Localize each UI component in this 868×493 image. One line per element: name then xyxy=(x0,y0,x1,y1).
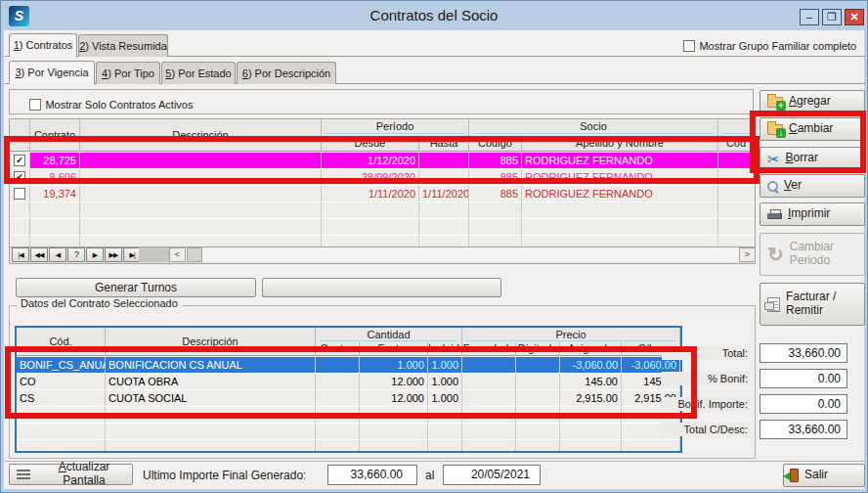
nav-search-button[interactable]: ? xyxy=(67,247,85,262)
nav-first-button[interactable]: |◀ xyxy=(12,247,29,262)
statusbar-divider xyxy=(5,461,865,462)
total-cdesc-label: Total C/Desc: xyxy=(662,423,750,436)
titlebar[interactable]: S Contratos del Socio – ❐ ✕ xyxy=(2,2,866,30)
empty-row xyxy=(10,236,755,247)
imprimir-button[interactable]: Imprimir xyxy=(760,202,865,226)
maximize-button[interactable]: ❐ xyxy=(822,9,842,25)
generar-turnos-button[interactable]: Generar Turnos xyxy=(16,278,256,297)
datos-groupbox-title: Datos del Contrato Seleccionado xyxy=(17,297,182,309)
total-field[interactable]: 33,660.00 xyxy=(760,343,847,363)
header-group-periodo: Período xyxy=(322,119,469,135)
empty-row xyxy=(10,202,755,219)
red-annotation-grid-rows xyxy=(4,136,760,184)
blank-button[interactable] xyxy=(262,278,501,297)
add-folder-icon xyxy=(767,97,783,108)
family-checkbox-row: Mostrar Grupo Familiar completo xyxy=(683,36,856,54)
scrollbar-gap xyxy=(139,247,169,262)
tab-por-descripcion[interactable]: 6) Por Descripción xyxy=(237,62,336,84)
ultimo-importe-field[interactable]: 33,660.00 xyxy=(327,465,417,485)
exit-door-icon xyxy=(790,469,799,482)
empty-row xyxy=(17,440,680,453)
header-group-cantidad: Cantidad xyxy=(316,328,462,342)
tab-por-vigencia[interactable]: 3) Por Vigencia xyxy=(9,61,95,84)
total-cdesc-field[interactable]: 33,660.00 xyxy=(760,420,847,439)
window-title: Contratos del Socio xyxy=(2,7,866,23)
cambiar-periodo-button[interactable]: ↻ Cambiar Periodo xyxy=(760,233,865,276)
nav-fast-prev-button[interactable]: ◀◀ xyxy=(30,247,48,262)
al-label: al xyxy=(425,469,434,482)
tab-contratos[interactable]: 1) Contratos xyxy=(9,33,77,57)
actualizar-pantalla-button[interactable]: Actualizar Pantalla xyxy=(9,464,133,485)
magnifier-icon xyxy=(767,181,778,192)
refresh-screen-icon xyxy=(17,470,30,480)
activos-panel: Mostrar Solo Contratos Activos xyxy=(9,89,754,114)
app-window: S Contratos del Socio – ❐ ✕ 1) Contratos… xyxy=(0,0,868,493)
red-annotation-detail-rows xyxy=(5,346,697,419)
invoice-icon xyxy=(767,297,780,312)
red-annotation-cambiar xyxy=(750,111,866,173)
ultimo-importe-label: Ultimo Importe Final Generado: xyxy=(143,469,306,482)
nav-next-button[interactable]: ▶ xyxy=(86,247,104,262)
scroll-left-button[interactable]: < xyxy=(169,247,186,262)
ver-button[interactable]: Ver xyxy=(760,174,865,198)
empty-row xyxy=(17,424,680,440)
bonif-field[interactable]: 0.00 xyxy=(760,369,847,388)
refresh-icon: ↻ xyxy=(767,246,784,263)
contract-row[interactable]: 19,374 1/11/2020 1/11/2020 885 RODRIGUEZ… xyxy=(10,186,755,202)
nav-fast-next-button[interactable]: ▶▶ xyxy=(105,247,122,262)
printer-icon xyxy=(767,209,782,220)
activos-checkbox[interactable] xyxy=(29,99,41,111)
header-group-precio: Precio xyxy=(462,328,680,342)
empty-row xyxy=(10,219,755,236)
bonif-importe-field[interactable]: 0.00 xyxy=(760,394,847,414)
scrollbar-thumb[interactable] xyxy=(187,247,202,262)
minimize-button[interactable]: – xyxy=(800,9,819,25)
family-checkbox-label: Mostrar Grupo Familiar completo xyxy=(699,40,856,52)
close-button[interactable]: ✕ xyxy=(845,9,864,25)
scrollbar-track[interactable] xyxy=(186,247,748,262)
tab-vista-resumida[interactable]: 2) Vista Resumida xyxy=(78,34,168,57)
nav-prev-button[interactable]: ◀ xyxy=(49,247,66,262)
activos-checkbox-label: Mostrar Solo Contratos Activos xyxy=(45,99,193,111)
tab-por-tipo[interactable]: 4) Por Tipo xyxy=(96,62,160,84)
tab-por-estado[interactable]: 5) Por Estado xyxy=(161,62,236,84)
header-group-socio: Socio xyxy=(469,119,718,135)
facturar-remitir-button[interactable]: Facturar / Remitir xyxy=(760,283,865,326)
scroll-right-button[interactable]: > xyxy=(739,247,756,262)
salir-button[interactable]: Salir xyxy=(783,464,865,487)
fecha-field[interactable]: 20/05/2021 xyxy=(443,465,541,485)
row-checkbox[interactable] xyxy=(14,188,25,200)
family-checkbox[interactable] xyxy=(683,40,695,52)
grid-navigator: |◀ ◀◀ ◀ ? ▶ ▶▶ ▶| < > xyxy=(9,247,756,264)
